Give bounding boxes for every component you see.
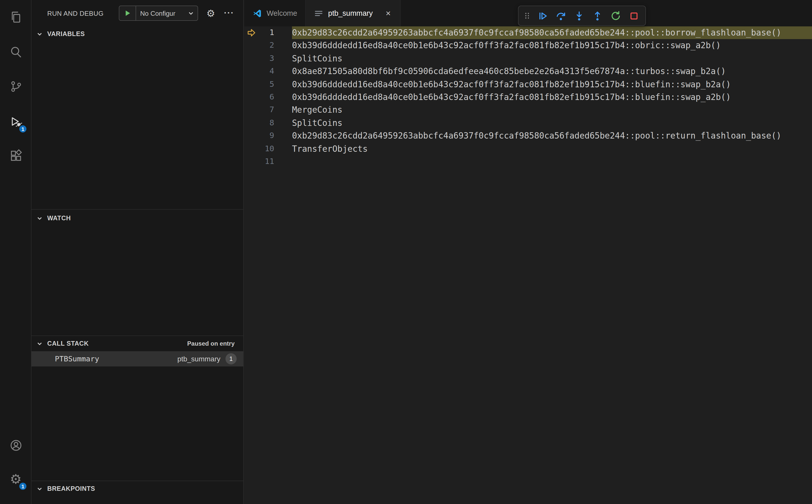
activity-explorer[interactable] [0,4,31,30]
tab-label: Welcome [266,9,297,17]
frame-file: ptb_summary [177,355,220,363]
code-line[interactable]: 10 TransferObjects [244,142,812,155]
restart-icon [610,10,621,21]
sidebar-title: RUN AND DEBUG [47,9,104,17]
gutter[interactable]: 4 [244,65,292,78]
code-line[interactable]: 5 0xb39d6dddedd16ed8a40ce0b1e6b43c92acf0… [244,78,812,91]
extensions-icon [9,149,23,163]
code-text: TransferObjects [292,142,812,155]
code-line[interactable]: 6 0xb39d6dddedd16ed8a40ce0b1e6b43c92acf0… [244,91,812,104]
settings-badge: 1 [18,482,27,491]
chevron-down-icon [36,486,43,492]
gutter[interactable]: 10 [244,142,292,155]
tab-ptb-summary[interactable]: ptb_summary ✕ [306,0,401,26]
files-icon [9,10,23,24]
gutter[interactable]: 2 [244,39,292,52]
start-debug-button[interactable] [119,6,136,20]
section-breakpoints[interactable]: BREAKPOINTS [31,483,243,495]
tab-welcome[interactable]: Welcome [244,0,306,26]
activity-extensions[interactable] [0,143,31,169]
chevron-down-icon [36,215,43,221]
activity-accounts[interactable] [0,432,31,458]
code-line[interactable]: 7 MergeCoins [244,104,812,117]
debug-current-line-arrow-icon [244,78,258,91]
continue-button[interactable] [534,8,551,24]
section-variables[interactable]: VARIABLES [31,28,243,40]
thread-count-badge: 1 [225,353,237,364]
line-number: 11 [258,155,274,168]
gutter[interactable]: 3 [244,52,292,65]
code-line[interactable]: 8 SplitCoins [244,116,812,129]
call-stack-frame[interactable]: PTBSummary ptb_summary 1 [31,351,243,366]
run-debug-sidebar: RUN AND DEBUG No Configur ⚙ ··· VARIABLE… [31,0,244,504]
gutter[interactable]: 11 [244,155,292,168]
section-call-stack[interactable]: CALL STACK Paused on entry [31,338,243,350]
vscode-logo-icon [252,8,262,18]
line-number: 9 [258,129,274,142]
code-text: 0xb29d83c26cdd2a64959263abbcfc4a6937f0c9… [292,129,812,142]
section-watch[interactable]: WATCH [31,212,243,224]
activity-settings[interactable]: ⚙ 1 [0,466,31,492]
tab-label: ptb_summary [328,9,373,17]
close-icon[interactable]: ✕ [384,9,392,18]
call-stack-label: CALL STACK [47,340,89,347]
gutter[interactable]: 7 [244,104,292,117]
continue-icon [537,10,548,21]
stop-button[interactable] [625,8,642,24]
line-number: 10 [258,142,274,155]
step-over-button[interactable] [552,8,569,24]
debug-toolbar [518,6,646,26]
variables-label: VARIABLES [47,30,85,38]
debug-config-button[interactable]: No Configur [119,6,198,21]
gutter[interactable]: 5 [244,78,292,91]
code-line[interactable]: 11 [244,155,812,168]
activity-source-control[interactable] [0,73,31,99]
code-line[interactable]: 1 0xb29d83c26cdd2a64959263abbcfc4a6937f0… [244,26,812,39]
step-out-button[interactable] [589,8,606,24]
debug-current-line-arrow-icon [244,91,258,104]
source-control-icon [9,79,23,93]
file-list-icon [314,8,323,18]
code-text: SplitCoins [292,116,812,129]
debug-current-line-arrow-icon [244,52,258,65]
grip-dots-icon [523,10,531,21]
restart-button[interactable] [607,8,624,24]
line-number: 8 [258,116,274,129]
code-text: SplitCoins [292,52,812,65]
line-number: 1 [258,26,274,39]
debug-settings-gear-icon[interactable]: ⚙ [204,0,217,26]
activity-bar: 1 ⚙ 1 [0,0,31,504]
code-line[interactable]: 3 SplitCoins [244,52,812,65]
breakpoints-label: BREAKPOINTS [47,485,95,492]
more-actions-icon[interactable]: ··· [222,0,236,26]
code-area[interactable]: 1 0xb29d83c26cdd2a64959263abbcfc4a6937f0… [244,26,812,504]
code-line[interactable]: 4 0x8ae871505a80d8bf6bf9c05906cda6edfeea… [244,65,812,78]
line-number: 4 [258,65,274,78]
chevron-down-icon [187,10,197,16]
gutter[interactable]: 8 [244,116,292,129]
code-text: 0xb39d6dddedd16ed8a40ce0b1e6b43c92acf0ff… [292,78,812,91]
line-number: 7 [258,104,274,117]
code-text: MergeCoins [292,104,812,117]
gutter[interactable]: 6 [244,91,292,104]
account-icon [9,438,23,452]
gutter[interactable]: 9 [244,129,292,142]
watch-label: WATCH [47,215,71,222]
step-into-button[interactable] [570,8,588,24]
code-line[interactable]: 9 0xb29d83c26cdd2a64959263abbcfc4a6937f0… [244,129,812,142]
drag-handle[interactable] [522,8,533,24]
activity-search[interactable] [0,39,31,65]
debug-current-line-arrow-icon [244,155,258,168]
search-icon [9,45,23,59]
paused-status: Paused on entry [187,340,235,347]
divider [31,481,243,481]
activity-run-debug[interactable]: 1 [0,109,31,135]
code-line[interactable]: 2 0xb39d6dddedd16ed8a40ce0b1e6b43c92acf0… [244,39,812,52]
debug-current-line-arrow-icon [244,116,258,129]
code-text: 0x8ae871505a80d8bf6bf9c05906cda6edfeea46… [292,65,812,78]
code-text: 0xb39d6dddedd16ed8a40ce0b1e6b43c92acf0ff… [292,91,812,104]
debug-badge: 1 [18,124,27,133]
code-text: 0xb29d83c26cdd2a64959263abbcfc4a6937f0c9… [292,26,812,39]
debug-current-line-arrow-icon [244,142,258,155]
gutter[interactable]: 1 [244,26,292,39]
